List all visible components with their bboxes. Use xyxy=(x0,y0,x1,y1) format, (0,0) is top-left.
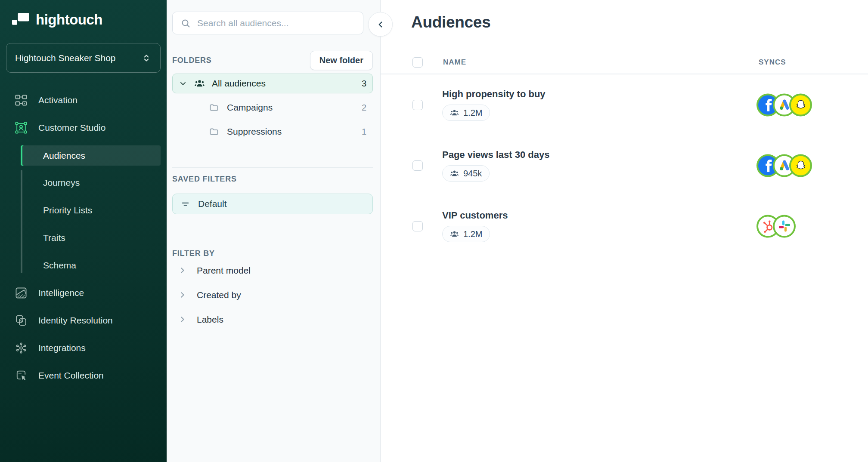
sync-destinations xyxy=(756,93,812,116)
table-header: NAME SYNCS xyxy=(381,51,868,74)
folders-header: FOLDERS xyxy=(172,56,212,65)
syncs-column-header: SYNCS xyxy=(759,58,786,67)
snapchat-sync-icon[interactable] xyxy=(789,154,812,177)
audiences-main: Audiences NAME SYNCS High propensity to … xyxy=(381,0,868,462)
audience-size: 1.2M xyxy=(463,108,482,118)
integrations-icon xyxy=(15,342,28,354)
saved-filter-label: Default xyxy=(198,199,227,209)
folder-name: Suppressions xyxy=(227,126,282,137)
sidebar-item-label: Customer Studio xyxy=(38,123,105,133)
saved-filters-header: SAVED FILTERS xyxy=(172,175,373,184)
filter-item-label: Parent model xyxy=(197,265,251,276)
snapchat-sync-icon[interactable] xyxy=(789,93,812,116)
sidebar-item-audiences[interactable]: Audiences xyxy=(21,145,161,166)
sync-destinations xyxy=(756,215,796,237)
filter-item-created-by[interactable]: Created by xyxy=(172,283,373,307)
chevron-left-icon xyxy=(376,20,385,29)
sidebar-item-journeys[interactable]: Journeys xyxy=(21,169,161,197)
sidebar-item-label: Identity Resolution xyxy=(38,315,113,326)
collapse-panel-button[interactable] xyxy=(368,12,393,37)
sidebar-item-schema[interactable]: Schema xyxy=(21,252,161,279)
hightouch-logo-icon xyxy=(12,13,29,27)
chevron-right-icon xyxy=(178,266,186,274)
folder-icon xyxy=(209,102,219,113)
subnav-tree-line xyxy=(21,170,22,273)
sidebar-item-traits[interactable]: Traits xyxy=(21,224,161,252)
sidebar-item-label: Traits xyxy=(43,233,65,243)
event-collection-icon xyxy=(15,369,28,382)
chevron-right-icon xyxy=(178,291,186,299)
folder-icon xyxy=(209,126,219,137)
folder-name: All audiences xyxy=(212,78,266,89)
folder-count: 3 xyxy=(362,79,366,89)
audience-filters-panel: FOLDERS New folder All audiences 3 Campa… xyxy=(167,0,381,462)
sidebar-item-label: Event Collection xyxy=(38,370,104,381)
filter-lines-icon xyxy=(180,199,190,209)
sidebar: hightouch Hightouch Sneaker Shop Activat… xyxy=(0,0,167,462)
hightouch-logo: hightouch xyxy=(0,10,167,29)
logo-text: hightouch xyxy=(36,12,102,28)
customer-studio-icon xyxy=(15,121,28,134)
audience-size: 1.2M xyxy=(463,229,482,239)
audience-name-block: High propensity to buy 1.2M xyxy=(442,89,546,121)
chevron-down-icon[interactable] xyxy=(179,79,187,88)
audience-size-badge: 945k xyxy=(442,165,490,182)
panel-divider xyxy=(172,167,373,168)
row-checkbox[interactable] xyxy=(412,100,423,110)
audience-name[interactable]: High propensity to buy xyxy=(442,89,546,100)
saved-filter-default[interactable]: Default xyxy=(172,194,373,214)
sidebar-item-label: Schema xyxy=(43,260,76,271)
users-icon xyxy=(450,108,459,117)
sidebar-item-label: Intelligence xyxy=(38,288,84,298)
sidebar-item-label: Journeys xyxy=(43,178,80,188)
row-checkbox[interactable] xyxy=(412,221,423,231)
filter-item-parent-model[interactable]: Parent model xyxy=(172,258,373,283)
workspace-selector[interactable]: Hightouch Sneaker Shop xyxy=(6,43,161,73)
search-box xyxy=(172,12,363,34)
sync-destinations xyxy=(756,154,812,177)
audience-size: 945k xyxy=(463,169,482,179)
audience-name-block: VIP customers 1.2M xyxy=(442,210,508,242)
sidebar-item-event-collection[interactable]: Event Collection xyxy=(0,362,167,389)
select-all-checkbox[interactable] xyxy=(412,57,423,68)
audience-row[interactable]: High propensity to buy 1.2M xyxy=(381,74,868,135)
sidebar-item-intelligence[interactable]: Intelligence xyxy=(0,279,167,307)
page-title: Audiences xyxy=(411,13,868,32)
sidebar-item-label: Integrations xyxy=(38,343,86,353)
users-icon xyxy=(450,169,459,178)
users-icon xyxy=(194,78,205,89)
slack-sync-icon[interactable] xyxy=(773,215,796,237)
workflow-icon xyxy=(15,94,28,107)
row-checkbox[interactable] xyxy=(412,160,423,171)
folder-row-all-audiences[interactable]: All audiences 3 xyxy=(172,74,373,93)
sidebar-item-customer-studio[interactable]: Customer Studio xyxy=(0,114,167,142)
intelligence-icon xyxy=(15,286,28,299)
audience-name[interactable]: VIP customers xyxy=(442,210,508,221)
name-column-header: NAME xyxy=(443,58,466,67)
panel-divider xyxy=(172,229,373,229)
folder-count: 2 xyxy=(362,103,366,113)
folder-name: Campaigns xyxy=(227,102,273,113)
filter-by-header: FILTER BY xyxy=(172,249,373,258)
new-folder-button[interactable]: New folder xyxy=(310,51,373,70)
folder-row-suppressions[interactable]: Suppressions 1 xyxy=(172,122,373,142)
chevron-up-down-icon xyxy=(141,53,152,63)
search-icon xyxy=(180,18,191,28)
filter-item-labels[interactable]: Labels xyxy=(172,307,373,332)
folders-header-row: FOLDERS New folder xyxy=(172,51,373,70)
sidebar-item-label: Activation xyxy=(38,95,78,105)
audience-size-badge: 1.2M xyxy=(442,105,490,121)
folder-count: 1 xyxy=(362,127,366,137)
customer-studio-subnav: Audiences Journeys Priority Lists Traits… xyxy=(21,145,161,279)
sidebar-item-identity-resolution[interactable]: Identity Resolution xyxy=(0,307,167,334)
sidebar-item-label: Priority Lists xyxy=(43,205,92,216)
audience-row[interactable]: Page views last 30 days 945k xyxy=(381,135,868,196)
audience-name[interactable]: Page views last 30 days xyxy=(442,149,550,160)
sidebar-item-activation[interactable]: Activation xyxy=(0,86,167,114)
audience-row[interactable]: VIP customers 1.2M xyxy=(381,196,868,256)
sidebar-item-priority-lists[interactable]: Priority Lists xyxy=(21,197,161,224)
folder-row-campaigns[interactable]: Campaigns 2 xyxy=(172,98,373,117)
sidebar-item-integrations[interactable]: Integrations xyxy=(0,334,167,362)
search-input[interactable] xyxy=(197,18,355,28)
filter-item-label: Created by xyxy=(197,290,241,300)
